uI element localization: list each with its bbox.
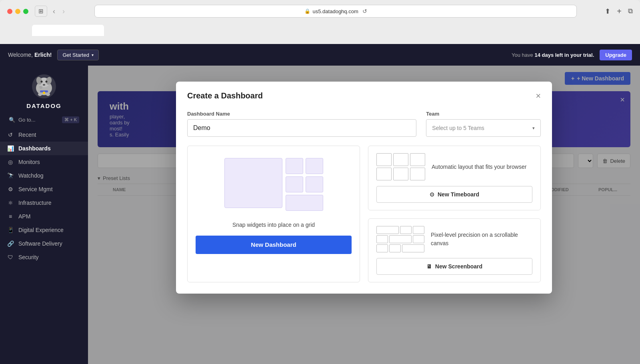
sidebar-item-dashboards[interactable]: 📊 Dashboards	[0, 142, 88, 155]
main-layout: DATADOG 🔍 Go to... ⌘ + K ↺ Recent 📊 Dash…	[0, 66, 640, 364]
sb-block-4	[376, 235, 388, 243]
infrastructure-icon: ⚛	[6, 200, 14, 206]
new-tab-btn[interactable]: +	[617, 7, 622, 16]
modal-title: Create a Dashboard	[187, 91, 263, 100]
modal-close-btn[interactable]: ×	[536, 92, 541, 100]
sb-block-3	[413, 226, 424, 234]
new-timeboard-btn[interactable]: ⊙ New Timeboard	[376, 186, 532, 203]
sidebar-item-security[interactable]: 🛡 Security	[0, 250, 88, 264]
team-label: Team	[426, 111, 541, 117]
team-placeholder: Select up to 5 Teams	[432, 125, 484, 131]
sidebar-item-software-delivery[interactable]: 🔗 Software Delivery	[0, 237, 88, 250]
share-btn[interactable]: ⬆	[605, 7, 610, 16]
tabs-btn[interactable]: ⧉	[628, 7, 633, 16]
sidebar-item-infrastructure[interactable]: ⚛ Infrastructure	[0, 196, 88, 210]
screenboard-card: Pixel-level precision on a scrollable ca…	[368, 218, 541, 282]
browser-action-buttons: ⬆ + ⧉	[605, 7, 633, 16]
svg-point-7	[43, 84, 45, 86]
sb-block-1	[376, 226, 399, 234]
new-dashboard-btn[interactable]: New Dashboard	[196, 236, 352, 254]
svg-point-11	[38, 93, 42, 96]
datadog-logo-icon	[30, 72, 58, 101]
browser-titlebar: ⊞ ‹ › 🔒 us5.datadoghq.com ↺ ⬆ + ⧉	[0, 0, 640, 22]
form-group-name: Dashboard Name	[187, 111, 416, 137]
modal-body: Dashboard Name Team Select up to 5 Teams…	[176, 107, 552, 294]
monitors-icon: ◎	[6, 159, 14, 165]
screenboard-icon: 🖥	[426, 263, 432, 270]
sb-block-2	[400, 226, 412, 234]
sb-block-6	[413, 235, 424, 243]
grid-small-blocks	[286, 158, 323, 211]
reload-btn[interactable]: ↺	[362, 8, 367, 14]
sidebar-search[interactable]: 🔍 Go to... ⌘ + K	[3, 114, 85, 126]
screenboard-btn-label: New Screenboard	[435, 263, 482, 270]
search-label: Go to...	[18, 117, 36, 123]
dashboards-icon: 📊	[6, 145, 14, 152]
browser-chrome: ⊞ ‹ › 🔒 us5.datadoghq.com ↺ ⬆ + ⧉	[0, 0, 640, 44]
svg-point-8	[39, 86, 42, 89]
sidebar-item-service-mgmt[interactable]: ⚙ Service Mgmt	[0, 182, 88, 196]
sidebar-item-watchdog[interactable]: 🔭 Watchdog	[0, 169, 88, 182]
digital-exp-icon: 📱	[6, 227, 14, 233]
sb-block-7	[376, 244, 388, 252]
modal-overlay[interactable]: Create a Dashboard × Dashboard Name	[88, 66, 640, 364]
watchdog-icon: 🔭	[6, 172, 14, 179]
tb-block-1	[376, 153, 392, 166]
grid-dashboard-card: Snap widgets into place on a grid New Da…	[187, 146, 360, 282]
screenboard-desc: Pixel-level precision on a scrollable ca…	[431, 231, 532, 248]
form-group-team: Team Select up to 5 Teams ▾	[426, 111, 541, 137]
get-started-label: Get Started	[62, 52, 89, 58]
chevron-down-icon: ▾	[92, 53, 94, 57]
close-traffic-light[interactable]	[7, 9, 12, 14]
forward-btn[interactable]: ›	[61, 7, 66, 16]
timeboard-card-content: Automatic layout that fits your browser	[376, 153, 532, 180]
content-area: + + New Dashboard × with player, oards b…	[88, 66, 640, 364]
minimize-traffic-light[interactable]	[15, 9, 20, 14]
grid-card-desc: Snap widgets into place on a grid	[232, 221, 315, 229]
screenboard-preview	[376, 226, 424, 252]
svg-point-5	[41, 81, 43, 83]
sidebar-item-recent[interactable]: ↺ Recent	[0, 128, 88, 142]
back-btn[interactable]: ‹	[51, 7, 57, 16]
create-dashboard-modal: Create a Dashboard × Dashboard Name	[176, 82, 552, 294]
sidebar-item-monitors[interactable]: ◎ Monitors	[0, 155, 88, 169]
browser-tab-bar	[0, 22, 640, 36]
maximize-traffic-light[interactable]	[23, 9, 28, 14]
search-icon: 🔍	[9, 117, 15, 123]
sidebar-toggle-btn[interactable]: ⊞	[35, 6, 47, 17]
trial-text: You have 14 days left in your trial.	[512, 52, 594, 58]
welcome-text: Welcome, Erlich!	[8, 52, 52, 58]
sidebar-nav: ↺ Recent 📊 Dashboards ◎ Monitors 🔭 Watch…	[0, 128, 88, 264]
timeboard-preview	[376, 153, 425, 180]
tb-block-2	[393, 153, 408, 166]
get-started-btn[interactable]: Get Started ▾	[57, 50, 98, 60]
new-screenboard-btn[interactable]: 🖥 New Screenboard	[376, 258, 532, 275]
timeboard-icon: ⊙	[430, 191, 434, 198]
address-bar[interactable]: 🔒 us5.datadoghq.com ↺	[94, 5, 577, 18]
software-delivery-icon: 🔗	[6, 240, 14, 247]
grid-big-block	[224, 158, 282, 208]
sidebar: DATADOG 🔍 Go to... ⌘ + K ↺ Recent 📊 Dash…	[0, 66, 88, 364]
url-text: us5.datadoghq.com	[313, 8, 358, 14]
traffic-lights	[7, 9, 28, 14]
search-shortcut: ⌘ + K	[62, 116, 79, 123]
grid-sm-5	[286, 195, 323, 211]
sb-block-8	[389, 244, 401, 252]
logo-text: DATADOG	[26, 102, 62, 109]
sb-block-5	[389, 235, 412, 243]
upgrade-btn[interactable]: Upgrade	[600, 50, 632, 60]
grid-sm-3	[286, 176, 303, 192]
active-tab[interactable]	[32, 25, 104, 36]
timeboard-card: Automatic layout that fits your browser …	[368, 146, 541, 210]
grid-sm-1	[286, 158, 303, 174]
service-mgmt-icon: ⚙	[6, 186, 14, 192]
sb-block-9	[402, 244, 424, 252]
team-select-wrapper[interactable]: Select up to 5 Teams ▾	[426, 119, 541, 137]
sidebar-item-digital-exp[interactable]: 📱 Digital Experience	[0, 223, 88, 237]
cards-row: Snap widgets into place on a grid New Da…	[187, 146, 541, 282]
sidebar-item-apm[interactable]: ≡ APM	[0, 210, 88, 223]
form-row: Dashboard Name Team Select up to 5 Teams…	[187, 111, 541, 137]
tb-block-4	[376, 168, 392, 180]
right-cards-column: Automatic layout that fits your browser …	[368, 146, 541, 282]
dashboard-name-input[interactable]	[187, 119, 416, 137]
